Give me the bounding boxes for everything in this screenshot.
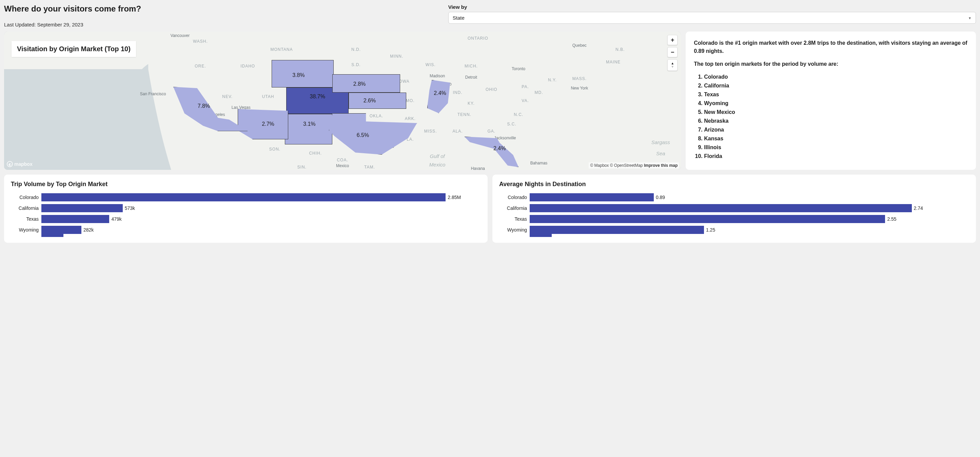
bar-row: California2.74	[499, 203, 969, 213]
bg-city-label: Detroit	[465, 75, 477, 80]
list-item: Texas	[704, 90, 968, 98]
info-summary-1: Colorado is the #1 origin market with ov…	[694, 39, 968, 55]
bg-state-label: MISS.	[424, 129, 437, 133]
bar-fill	[530, 215, 885, 223]
map-title: Visitation by Origin Market (Top 10)	[11, 41, 136, 57]
chart-title-1: Average Nights in Destination	[499, 181, 969, 188]
top-panels: 38.7%7.8%6.5%3.8%3.1%2.8%2.7%2.6%2.4%2.4…	[4, 32, 976, 170]
bg-state-label: ARK.	[405, 116, 416, 121]
bar-row: Colorado2.85M	[11, 192, 481, 202]
bg-city-label: Quebec	[573, 43, 587, 48]
bg-state-label: TAM.	[364, 165, 375, 170]
bg-state-label: S.D.	[351, 62, 361, 67]
bar-value: 0.89	[654, 195, 665, 200]
bar-value: 573k	[123, 205, 135, 211]
bg-state-label: COA.	[337, 158, 348, 162]
bg-city-label: Madison	[430, 73, 445, 78]
viewby-select[interactable]: State ▼	[448, 12, 976, 24]
bg-state-label: N.C.	[514, 112, 523, 117]
bg-state-label: MINN.	[390, 54, 403, 59]
bg-state-label: CHIH.	[309, 151, 322, 156]
water-label: Mexico	[429, 161, 445, 167]
bg-state-label: N.D.	[351, 47, 361, 52]
bg-state-label: N.B.	[616, 47, 625, 52]
bg-city-label: Mexico	[336, 163, 349, 168]
list-item: Wyoming	[704, 99, 968, 108]
bg-state-label: IDAHO	[240, 64, 255, 68]
bg-city-label: New York	[571, 86, 588, 90]
bg-state-label: ORE.	[195, 64, 206, 68]
bar-value: 1.25	[704, 227, 715, 233]
chart-0-bars: Colorado2.85MCalifornia573kTexas479kWyom…	[11, 192, 481, 240]
list-item: New Mexico	[704, 108, 968, 116]
bg-state-label: KY.	[468, 101, 475, 106]
bg-state-label: WIS.	[426, 62, 436, 67]
header: Where do your visitors come from? Last U…	[4, 4, 976, 27]
map-panel[interactable]: 38.7%7.8%6.5%3.8%3.1%2.8%2.7%2.6%2.4%2.4…	[4, 32, 681, 170]
bg-city-label: Havana	[471, 166, 485, 170]
chart-1-bars: Colorado0.89California2.74Texas2.55Wyomi…	[499, 192, 969, 240]
bar-row: Wyoming1.25	[499, 225, 969, 235]
bar-row: Wyoming282k	[11, 225, 481, 235]
bg-state-label: PA.	[522, 84, 529, 89]
bar-row: Texas2.55	[499, 214, 969, 224]
water-label: Sea	[656, 151, 665, 156]
zoom-in-button[interactable]: +	[667, 35, 678, 45]
bar-label: California	[499, 205, 530, 211]
last-updated: Last Updated: September 29, 2023	[4, 22, 442, 27]
bar-value: 2.85M	[445, 195, 461, 200]
bar-fill	[41, 226, 81, 234]
bg-state-label: S.C.	[507, 122, 517, 127]
water-label: Gulf of	[430, 153, 445, 159]
list-item: California	[704, 82, 968, 90]
zoom-out-button[interactable]: −	[667, 47, 678, 57]
bar-track: 0.89	[530, 193, 969, 202]
bg-state-label: SIN.	[298, 165, 307, 170]
bar-value: 2.55	[885, 216, 896, 222]
bar-value: 2.74	[912, 205, 923, 211]
bg-state-label: NEV.	[222, 94, 232, 99]
bg-state-label: MASS.	[573, 76, 587, 81]
bar-track: 2.74	[530, 204, 969, 212]
bar-value: 282k	[81, 227, 94, 233]
bar-fill	[530, 226, 704, 234]
bg-state-label: MAINE	[606, 60, 620, 64]
chevron-down-icon: ▼	[968, 16, 972, 20]
bar-value: 479k	[109, 216, 121, 222]
bg-state-label: IND.	[453, 90, 462, 95]
attrib-mapbox[interactable]: © Mapbox	[590, 163, 609, 168]
map-attribution: © Mapbox © OpenStreetMap Improve this ma…	[589, 162, 679, 168]
bg-state-label: MD.	[535, 90, 543, 95]
info-top10-list: ColoradoCaliforniaTexasWyomingNew Mexico…	[694, 73, 968, 160]
water-label: Sargass	[651, 139, 670, 145]
bg-state-label: ONTARIO	[468, 36, 488, 41]
state-wyoming	[272, 60, 334, 88]
state-nebraska	[332, 74, 400, 92]
bar-fill	[530, 204, 912, 212]
viewby-value: State	[453, 15, 465, 21]
bar-label: Wyoming	[499, 227, 530, 233]
bar-track: 2.55	[530, 215, 969, 223]
info-panel: Colorado is the #1 origin market with ov…	[686, 32, 976, 170]
bg-state-label: MICH.	[465, 64, 478, 68]
list-item: Arizona	[704, 126, 968, 134]
bar-label: Texas	[499, 216, 530, 222]
bg-state-label: MO.	[406, 98, 415, 103]
bg-state-label: MONTANA	[270, 47, 293, 52]
mapbox-icon: ◐	[7, 161, 13, 167]
charts-row: Trip Volume by Top Origin Market Colorad…	[4, 175, 976, 243]
chart-trip-volume: Trip Volume by Top Origin Market Colorad…	[4, 175, 488, 243]
list-item: Florida	[704, 152, 968, 160]
mapbox-logo: ◐ mapbox	[7, 161, 33, 167]
attrib-osm[interactable]: © OpenStreetMap	[610, 163, 643, 168]
bg-city-label: Toronto	[512, 67, 525, 71]
compass-button[interactable]: ▲▼	[667, 59, 678, 71]
bg-city-label: Bahamas	[530, 161, 548, 165]
bar-track: 479k	[41, 215, 481, 223]
bar-fill	[530, 193, 654, 202]
chart-title-0: Trip Volume by Top Origin Market	[11, 181, 481, 188]
bar-row: Texas479k	[11, 214, 481, 224]
attrib-improve[interactable]: Improve this map	[644, 163, 678, 168]
bar-label: Colorado	[11, 195, 41, 200]
chart-avg-nights: Average Nights in Destination Colorado0.…	[492, 175, 976, 243]
